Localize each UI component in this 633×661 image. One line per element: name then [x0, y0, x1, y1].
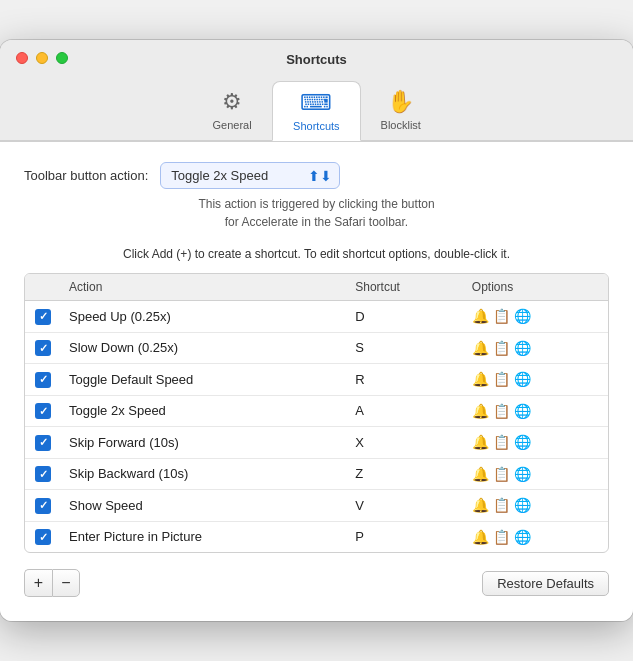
globe-icon[interactable]: 🌐 [514, 308, 531, 324]
restore-defaults-button[interactable]: Restore Defaults [482, 571, 609, 596]
remove-button[interactable]: − [52, 569, 80, 597]
header-checkbox [25, 274, 61, 301]
shortcut-cell: A [347, 395, 464, 427]
shortcut-cell: S [347, 332, 464, 364]
action-cell: Show Speed [61, 490, 347, 522]
shortcut-checkbox[interactable] [35, 435, 51, 451]
action-cell: Enter Picture in Picture [61, 521, 347, 552]
shortcut-checkbox[interactable] [35, 529, 51, 545]
bell-icon[interactable]: 🔔 [472, 529, 489, 545]
bell-icon[interactable]: 🔔 [472, 403, 489, 419]
title-bar: Shortcuts ⚙ General ⌨ Shortcuts ✋ Blockl… [0, 40, 633, 141]
shortcut-checkbox[interactable] [35, 403, 51, 419]
action-select-wrapper: Toggle 2x Speed Speed Up (0.25x) Slow Do… [160, 162, 340, 189]
checkbox-cell [25, 521, 61, 552]
options-cell: 🔔📋🌐 [464, 458, 608, 490]
checkbox-cell [25, 458, 61, 490]
tab-general-label: General [213, 119, 252, 131]
tab-shortcuts[interactable]: ⌨ Shortcuts [272, 81, 360, 141]
main-window: Shortcuts ⚙ General ⌨ Shortcuts ✋ Blockl… [0, 40, 633, 621]
tab-blocklist[interactable]: ✋ Blocklist [361, 81, 441, 140]
action-cell: Skip Backward (10s) [61, 458, 347, 490]
doc-icon[interactable]: 📋 [493, 497, 510, 513]
shortcuts-icon: ⌨ [300, 90, 332, 116]
table-row: Enter Picture in PictureP🔔📋🌐 [25, 521, 608, 552]
blocklist-icon: ✋ [387, 89, 414, 115]
table-row: Toggle 2x SpeedA🔔📋🌐 [25, 395, 608, 427]
content-area: Toolbar button action: Toggle 2x Speed S… [0, 141, 633, 621]
table-row: Skip Forward (10s)X🔔📋🌐 [25, 427, 608, 459]
action-cell: Speed Up (0.25x) [61, 301, 347, 333]
doc-icon[interactable]: 📋 [493, 529, 510, 545]
tab-general[interactable]: ⚙ General [192, 81, 272, 140]
general-icon: ⚙ [222, 89, 242, 115]
options-cell: 🔔📋🌐 [464, 332, 608, 364]
toolbar-row: Toolbar button action: Toggle 2x Speed S… [24, 162, 609, 189]
header-options: Options [464, 274, 608, 301]
shortcut-checkbox[interactable] [35, 372, 51, 388]
globe-icon[interactable]: 🌐 [514, 529, 531, 545]
maximize-button[interactable] [56, 52, 68, 64]
doc-icon[interactable]: 📋 [493, 340, 510, 356]
shortcut-cell: X [347, 427, 464, 459]
shortcut-cell: V [347, 490, 464, 522]
table-row: Show SpeedV🔔📋🌐 [25, 490, 608, 522]
table-row: Toggle Default SpeedR🔔📋🌐 [25, 364, 608, 396]
description-text: This action is triggered by clicking the… [24, 195, 609, 231]
table-row: Skip Backward (10s)Z🔔📋🌐 [25, 458, 608, 490]
globe-icon[interactable]: 🌐 [514, 371, 531, 387]
action-cell: Toggle 2x Speed [61, 395, 347, 427]
shortcut-checkbox[interactable] [35, 309, 51, 325]
bell-icon[interactable]: 🔔 [472, 308, 489, 324]
bell-icon[interactable]: 🔔 [472, 340, 489, 356]
doc-icon[interactable]: 📋 [493, 403, 510, 419]
doc-icon[interactable]: 📋 [493, 466, 510, 482]
options-cell: 🔔📋🌐 [464, 521, 608, 552]
doc-icon[interactable]: 📋 [493, 434, 510, 450]
action-cell: Skip Forward (10s) [61, 427, 347, 459]
instruction-text: Click Add (+) to create a shortcut. To e… [24, 247, 609, 261]
checkbox-cell [25, 364, 61, 396]
table-row: Slow Down (0.25x)S🔔📋🌐 [25, 332, 608, 364]
globe-icon[interactable]: 🌐 [514, 403, 531, 419]
shortcut-checkbox[interactable] [35, 466, 51, 482]
shortcut-checkbox[interactable] [35, 498, 51, 514]
globe-icon[interactable]: 🌐 [514, 497, 531, 513]
tab-blocklist-label: Blocklist [381, 119, 421, 131]
bottom-bar: + − Restore Defaults [24, 569, 609, 601]
options-cell: 🔔📋🌐 [464, 301, 608, 333]
bell-icon[interactable]: 🔔 [472, 497, 489, 513]
options-cell: 🔔📋🌐 [464, 364, 608, 396]
bell-icon[interactable]: 🔔 [472, 434, 489, 450]
checkbox-cell [25, 395, 61, 427]
bell-icon[interactable]: 🔔 [472, 466, 489, 482]
checkbox-cell [25, 301, 61, 333]
action-select[interactable]: Toggle 2x Speed Speed Up (0.25x) Slow Do… [160, 162, 340, 189]
add-button[interactable]: + [24, 569, 52, 597]
doc-icon[interactable]: 📋 [493, 308, 510, 324]
checkbox-cell [25, 332, 61, 364]
close-button[interactable] [16, 52, 28, 64]
shortcuts-table-container: Action Shortcut Options Speed Up (0.25x)… [24, 273, 609, 553]
shortcut-cell: P [347, 521, 464, 552]
globe-icon[interactable]: 🌐 [514, 434, 531, 450]
tab-bar: ⚙ General ⌨ Shortcuts ✋ Blocklist [192, 81, 441, 140]
table-row: Speed Up (0.25x)D🔔📋🌐 [25, 301, 608, 333]
minimize-button[interactable] [36, 52, 48, 64]
doc-icon[interactable]: 📋 [493, 371, 510, 387]
window-title: Shortcuts [286, 52, 347, 67]
globe-icon[interactable]: 🌐 [514, 466, 531, 482]
header-shortcut: Shortcut [347, 274, 464, 301]
action-cell: Slow Down (0.25x) [61, 332, 347, 364]
toolbar-button-label: Toolbar button action: [24, 168, 148, 183]
shortcuts-table: Action Shortcut Options Speed Up (0.25x)… [25, 274, 608, 552]
window-controls [16, 52, 68, 64]
globe-icon[interactable]: 🌐 [514, 340, 531, 356]
tab-shortcuts-label: Shortcuts [293, 120, 339, 132]
checkbox-cell [25, 490, 61, 522]
add-remove-buttons: + − [24, 569, 80, 597]
bell-icon[interactable]: 🔔 [472, 371, 489, 387]
checkbox-cell [25, 427, 61, 459]
shortcut-cell: R [347, 364, 464, 396]
shortcut-checkbox[interactable] [35, 340, 51, 356]
